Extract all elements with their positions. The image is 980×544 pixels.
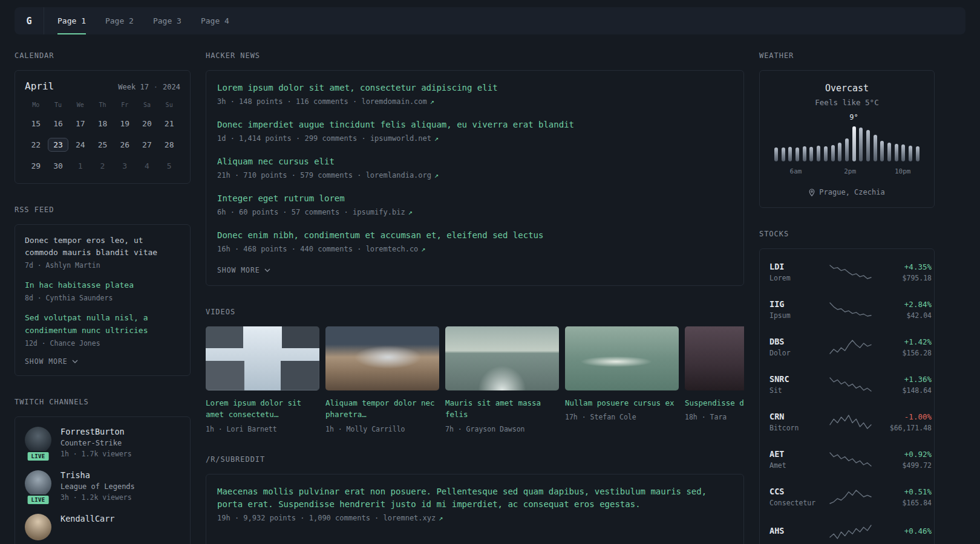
source-link[interactable]: loremlandia.org↗ <box>366 171 439 180</box>
stock-row[interactable]: SNRCSit +1.36%$148.64 <box>769 366 924 403</box>
channel-name: Trisha <box>60 470 135 480</box>
source-link[interactable]: loremdomain.com↗ <box>361 97 434 106</box>
video-title-link[interactable]: Nullam posuere cursus ex <box>565 397 679 409</box>
hn-item-link[interactable]: Integer eget rutrum lorem <box>217 192 733 205</box>
twitch-channel[interactable]: LIVE ForrestBurton Counter-Strike 1h · 1… <box>25 427 180 458</box>
stock-name: Amet <box>769 461 823 470</box>
twitch-channel[interactable]: KendallCarr <box>25 514 180 540</box>
video-thumbnail <box>685 326 744 390</box>
channel-avatar-image <box>25 470 51 497</box>
video-card[interactable]: Aliquam tempor dolor nec pharetra… 1h · … <box>325 326 439 433</box>
logo[interactable]: G <box>15 7 44 34</box>
video-title-link[interactable]: Mauris sit amet massa felis <box>445 397 559 421</box>
video-meta: 1h · Lori Barnett <box>206 425 319 433</box>
stock-row[interactable]: LDILorem +4.35%$795.18 <box>769 253 924 291</box>
hn-item-link[interactable]: Aliquam nec cursus elit <box>217 155 733 168</box>
hn-item-meta: 21h · 710 points · 579 comments · loreml… <box>217 171 733 180</box>
hn-item: Lorem ipsum dolor sit amet, consectetur … <box>217 82 733 106</box>
calendar-weekday: Fr <box>114 102 136 110</box>
stock-symbol: AET <box>769 449 823 459</box>
avatar: LIVE <box>25 427 51 458</box>
reddit-post-meta: 19h · 9,932 points · 1,090 comments · lo… <box>217 514 733 522</box>
stock-row[interactable]: CRNBitcorn -1.00%$66,171.48 <box>769 403 924 441</box>
reddit-post-stats: 19h · 9,932 points · 1,090 comments · <box>217 514 384 522</box>
stock-name: Consectetur <box>769 499 823 507</box>
hn-item-meta: 3h · 148 points · 116 comments · loremdo… <box>217 97 733 106</box>
stock-change: +1.42% <box>878 337 932 346</box>
video-title-link[interactable]: Lorem ipsum dolor sit amet consectetu… <box>206 397 319 421</box>
source-link[interactable]: loremnet.xyz↗ <box>384 514 443 522</box>
videos-widget: VIDEOS Lorem ipsum dolor sit amet consec… <box>206 308 744 433</box>
stock-sparkline <box>829 524 872 540</box>
tab-page-2[interactable]: Page 2 <box>105 7 134 34</box>
rss-item: Sed volutpat nulla nisl, a condimentum n… <box>25 312 180 347</box>
calendar-day: 20 <box>136 115 158 131</box>
live-badge: LIVE <box>27 494 50 505</box>
video-row: Lorem ipsum dolor sit amet consectetu… 1… <box>206 326 744 433</box>
temp-bar <box>774 125 778 161</box>
stock-change: +2.84% <box>878 300 932 309</box>
video-title-link[interactable]: Suspendisse diam <box>685 397 744 409</box>
temperature-label: 9° <box>849 113 858 121</box>
source-link[interactable]: loremtech.co↗ <box>366 245 426 253</box>
temp-bar <box>887 125 891 161</box>
weather-condition: Overcast <box>769 83 924 94</box>
hn-item: Donec enim nibh, condimentum et accumsan… <box>217 229 733 253</box>
temp-bar <box>782 125 785 161</box>
hacker-news-widget: HACKER NEWS Lorem ipsum dolor sit amet, … <box>206 51 744 286</box>
calendar-year: 2024 <box>163 83 180 91</box>
video-card[interactable]: Mauris sit amet massa felis 7h · Grayson… <box>445 326 559 433</box>
subreddit-widget: /R/SUBREDDIT Maecenas mollis pulvinar er… <box>206 455 744 544</box>
temp-bar <box>838 125 841 161</box>
source-domain: loremtech.co <box>366 245 419 253</box>
video-thumbnail <box>565 326 679 390</box>
video-card[interactable]: Lorem ipsum dolor sit amet consectetu… 1… <box>206 326 319 433</box>
middle-column: HACKER NEWS Lorem ipsum dolor sit amet, … <box>206 51 744 544</box>
video-thumbnail <box>445 326 559 390</box>
show-more-label: SHOW MORE <box>25 357 68 366</box>
rss-item-link[interactable]: Donec tempor eros leo, ut commodo mauris… <box>25 235 180 259</box>
rss-item-link[interactable]: Sed volutpat nulla nisl, a condimentum n… <box>25 312 180 336</box>
subreddit-card: Maecenas mollis pulvinar erat non posuer… <box>206 474 744 544</box>
rss-item-link[interactable]: In hac habitasse platea <box>25 279 180 291</box>
twitch-channel[interactable]: LIVE Trisha League of Legends 3h · 1.2k … <box>25 470 180 502</box>
stock-row[interactable]: CCSConsectetur +0.51%$165.84 <box>769 478 924 516</box>
calendar-day: 1 <box>69 158 91 173</box>
tab-page-4[interactable]: Page 4 <box>201 7 229 34</box>
calendar-day: 27 <box>136 137 158 152</box>
rss-show-more-button[interactable]: SHOW MORE <box>25 357 180 366</box>
temp-bar <box>831 125 835 161</box>
stock-row[interactable]: DBSDolor +1.42%$156.28 <box>769 328 924 366</box>
temp-bar <box>817 125 820 161</box>
stock-row[interactable]: IIGIpsum +2.84%$42.04 <box>769 291 924 328</box>
right-column: WEATHER Overcast Feels like 5°C 9° 6am 2… <box>759 51 935 544</box>
stock-sparkline <box>829 377 872 392</box>
calendar-weekday: Sa <box>136 102 158 110</box>
source-link[interactable]: ipsumify.biz↗ <box>353 208 413 216</box>
video-title-link[interactable]: Aliquam tempor dolor nec pharetra… <box>325 397 439 421</box>
calendar-day: 29 <box>25 158 47 173</box>
stock-name: Lorem <box>769 274 823 282</box>
hn-item-link[interactable]: Donec imperdiet augue tincidunt felis al… <box>217 118 733 131</box>
avatar <box>25 514 51 540</box>
avatar: LIVE <box>25 470 51 502</box>
rss-widget: RSS FEED Donec tempor eros leo, ut commo… <box>15 206 191 376</box>
hn-item-link[interactable]: Lorem ipsum dolor sit amet, consectetur … <box>217 82 733 94</box>
stock-name: Bitcorn <box>769 424 823 432</box>
video-card[interactable]: Nullam posuere cursus ex 17h · Stefan Co… <box>565 326 679 433</box>
stock-sparkline <box>829 414 872 430</box>
video-card[interactable]: Suspendisse diam 18h · Tara <box>685 326 744 433</box>
rss-item-meta: 12d · Chance Jones <box>25 339 180 348</box>
hn-item-link[interactable]: Donec enim nibh, condimentum et accumsan… <box>217 229 733 242</box>
source-link[interactable]: ipsumworld.net↗ <box>370 134 439 143</box>
stock-sparkline <box>829 264 872 280</box>
temp-bar <box>866 125 870 161</box>
temp-bar <box>859 125 863 161</box>
tab-page-3[interactable]: Page 3 <box>153 7 181 34</box>
hn-show-more-button[interactable]: SHOW MORE <box>217 266 733 274</box>
rss-item-meta: 8d · Cynthia Saunders <box>25 294 180 302</box>
reddit-post-link[interactable]: Maecenas mollis pulvinar erat non posuer… <box>217 485 733 511</box>
stock-row[interactable]: AHS +0.46% <box>769 516 924 544</box>
tab-page-1[interactable]: Page 1 <box>57 7 86 34</box>
stock-row[interactable]: AETAmet +0.92%$499.72 <box>769 441 924 478</box>
